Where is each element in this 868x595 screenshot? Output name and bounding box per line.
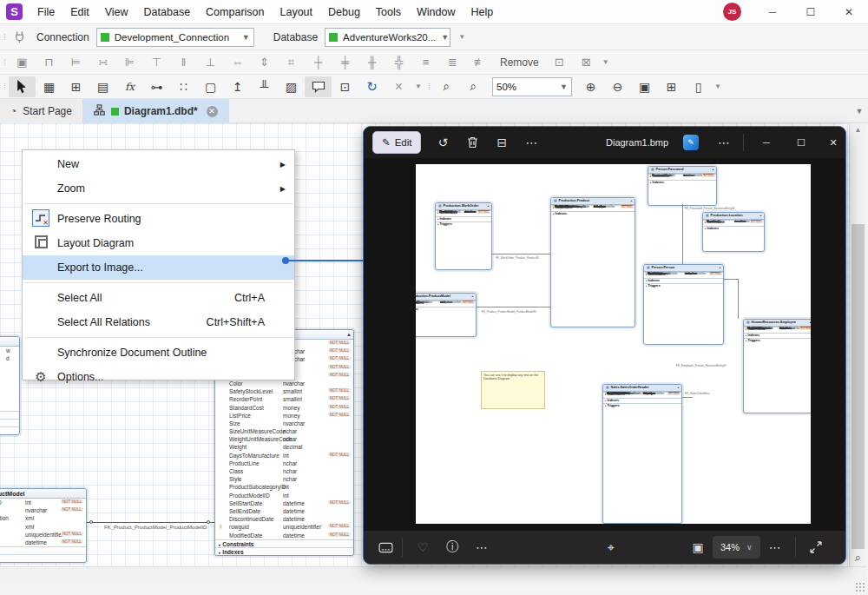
fit-page-button[interactable]: ▣ xyxy=(631,76,658,97)
toolbar-grip[interactable]: ⁞ xyxy=(0,24,9,50)
tab-start-page[interactable]: ◔ Start Page xyxy=(0,99,83,123)
refresh-button[interactable]: ↻ xyxy=(358,76,385,97)
align-centers-vertical-icon[interactable]: ‖ xyxy=(170,52,197,73)
photo-preview-image[interactable]: ▦Production.WorkOrder▲⚷WorkOrderIDintNOT… xyxy=(416,164,811,524)
table-section-triggers[interactable]: ▸ Triggers xyxy=(603,403,681,409)
table-section-indexes[interactable]: ▸ Indexes xyxy=(436,216,491,222)
bring-to-front-icon[interactable]: ⊡ xyxy=(546,52,573,73)
table-section-triggers[interactable]: ▸ Triggers xyxy=(436,221,491,228)
menu-tools[interactable]: Tools xyxy=(368,0,409,24)
tab-list-caret[interactable]: ▼ xyxy=(851,99,868,122)
note-tool[interactable] xyxy=(305,76,332,97)
toolbar-grip[interactable]: ⁞ xyxy=(0,50,9,74)
frame-tool[interactable]: ▢ xyxy=(197,76,224,97)
context-item-layout-diagram[interactable]: Layout Diagram xyxy=(23,231,294,255)
database-select[interactable]: AdventureWorks20... ▼ xyxy=(325,28,450,47)
space-across-icon[interactable]: ╪ xyxy=(332,52,358,73)
menu-comparison[interactable]: Comparison xyxy=(198,0,272,24)
context-item-select-all[interactable]: Select AllCtrl+A xyxy=(23,286,294,310)
context-item-synchronize-document-outline[interactable]: Synchronize Document Outline xyxy=(23,340,294,365)
menu-help[interactable]: Help xyxy=(464,0,502,24)
expression-tool[interactable]: fx xyxy=(116,76,143,97)
center-horizontally-icon[interactable]: ┼ xyxy=(305,52,332,73)
table-section-indexes[interactable]: ▸ Indexes xyxy=(648,180,716,186)
context-item-preserve-routing[interactable]: ✕Preserve Routing xyxy=(23,207,294,231)
lasso-tool[interactable]: ∷ xyxy=(170,76,197,97)
more-icon[interactable]: ⋯ xyxy=(760,535,790,559)
export-tool[interactable]: ↥ xyxy=(224,76,251,97)
toolbar-overflow-caret[interactable]: ▼ xyxy=(412,83,424,90)
photos-maximize-button[interactable]: ☐ xyxy=(784,129,819,155)
page-setup-button[interactable]: ▯ xyxy=(685,76,712,97)
more-icon[interactable]: ⋯ xyxy=(467,535,496,559)
table-section-constraints[interactable]: ▸ Constraints xyxy=(215,539,353,547)
remove-spacing-icon[interactable]: ≢ xyxy=(466,52,493,73)
zoom-region-tool[interactable]: ⌕ xyxy=(433,76,460,97)
delete-icon[interactable] xyxy=(457,130,487,155)
table-sales-salesorderheader[interactable]: ▦Sales.SalesOrderHeader▲⚷SalesOrderIDint… xyxy=(602,384,682,524)
same-width-icon[interactable]: ⇔ xyxy=(224,52,251,73)
scroll-up-icon[interactable]: ▲ xyxy=(850,123,866,137)
align-middles-icon[interactable]: ∺ xyxy=(89,52,116,73)
photo-zoom-select[interactable]: 34% ∨ xyxy=(713,536,760,559)
slideshow-icon[interactable]: ▣ xyxy=(683,535,713,559)
print-icon[interactable]: ⊟ xyxy=(487,130,516,155)
table-section-indexes[interactable]: ▸ Indexes xyxy=(215,547,353,555)
table-person-password[interactable]: ▦Person.Password▲⚷BusinessEntityIDintNOT… xyxy=(648,166,717,206)
context-item-options[interactable]: ⚙Options... xyxy=(23,365,294,389)
table-section-blank[interactable]: ▸ xyxy=(0,426,19,434)
image-tool[interactable]: ▨ xyxy=(278,76,305,97)
table-production-productmodel[interactable]: ▦Production.ProductModel▲⚷ProductModelID… xyxy=(416,293,477,337)
decrease-spacing-icon[interactable]: ≡ xyxy=(412,52,439,73)
table-production-workorder[interactable]: ▦Production.WorkOrder▲⚷WorkOrderIDintNOT… xyxy=(435,202,492,270)
favorite-heart-icon[interactable]: ♡ xyxy=(408,535,437,559)
toolbar-overflow-caret[interactable]: ▼ xyxy=(600,58,612,66)
context-item-export-to-image[interactable]: Export to Image... xyxy=(23,255,294,280)
menu-view[interactable]: View xyxy=(97,0,136,24)
table-section-indexes[interactable]: ▸ Indexes xyxy=(744,333,811,339)
table-section-indexes[interactable]: ▸ Indexes xyxy=(416,307,476,313)
menu-debug[interactable]: Debug xyxy=(320,0,368,24)
horizontal-scrollbar[interactable] xyxy=(0,566,866,581)
align-rights-icon[interactable]: ⊫ xyxy=(116,52,143,73)
menu-file[interactable]: File xyxy=(30,0,62,24)
table-production-productmodel[interactable]: Production.ProductModel⚷ProductModelIDin… xyxy=(0,488,87,563)
more-options-icon[interactable]: ⋯ xyxy=(709,130,739,155)
toolbar-overflow-caret[interactable]: ▼ xyxy=(712,83,724,90)
table-person-person[interactable]: ▦Person.Person▲⚷BusinessEntityIDintNOT N… xyxy=(643,264,724,345)
zoom-out-button[interactable]: ⊖ xyxy=(604,76,631,97)
remove-label[interactable]: Remove xyxy=(500,56,539,69)
toolbar-overflow-caret[interactable]: ▼ xyxy=(456,33,468,41)
table-humanresources-employee[interactable]: ▦HumanResources.Employee▲⚷BusinessEntity… xyxy=(743,319,811,413)
table-production-location[interactable]: ▦Production.Location▲⚷LocationIDsmallint… xyxy=(702,212,765,252)
thumbnail-tool[interactable]: ⊡ xyxy=(332,76,358,97)
table-section-blank[interactable]: ▸ xyxy=(0,419,19,426)
designer-icon[interactable]: ✎ xyxy=(683,135,699,150)
menu-edit[interactable]: Edit xyxy=(62,0,97,24)
align-bottoms-icon[interactable]: ⊥ xyxy=(197,52,224,73)
actual-size-icon[interactable]: ⌖ xyxy=(596,535,626,559)
magnifier-tool[interactable]: ⌕ xyxy=(460,76,487,97)
table-section-indexes[interactable]: ▸ Indexes xyxy=(703,226,764,232)
toolbar-grip[interactable]: ⁞ xyxy=(0,75,9,98)
fullscreen-expand-icon[interactable] xyxy=(801,535,831,559)
editor-tool[interactable]: ▤ xyxy=(89,76,116,97)
resize-grip[interactable] xyxy=(855,582,865,592)
grid-icon[interactable]: ╬ xyxy=(385,52,412,73)
fit-diagram-icon[interactable]: ▣ xyxy=(9,52,36,73)
align-top-edge-icon[interactable]: ⊤ xyxy=(143,52,170,73)
menu-window[interactable]: Window xyxy=(409,0,463,24)
zoom-in-button[interactable]: ⊕ xyxy=(577,76,604,97)
context-item-new[interactable]: New▶ xyxy=(23,152,294,176)
delete-button[interactable]: × xyxy=(385,76,412,97)
same-size-icon[interactable]: ⌗ xyxy=(278,52,305,73)
table-section-constraints[interactable]: ▸ Constraints xyxy=(0,546,86,554)
photos-close-button[interactable]: ✕ xyxy=(816,129,846,155)
same-height-icon[interactable]: ⇕ xyxy=(251,52,278,73)
tab-diagram1[interactable]: Diagram1.dbd* ✕ xyxy=(83,99,229,123)
menu-database[interactable]: Database xyxy=(136,0,199,24)
context-item-zoom[interactable]: Zoom▶ xyxy=(23,176,294,201)
relation-tool[interactable]: ⊶ xyxy=(143,76,170,97)
zoom-level-select[interactable]: 50% ▼ xyxy=(492,77,572,96)
info-icon[interactable]: ⓘ xyxy=(437,535,467,559)
